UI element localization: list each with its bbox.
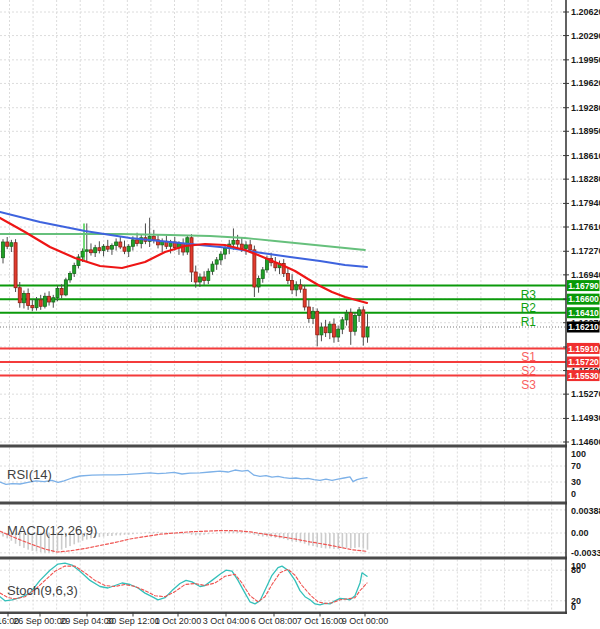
macd-histogram-bar: [82, 533, 84, 541]
macd-histogram-bar: [153, 532, 155, 533]
macd-histogram-bar: [241, 532, 243, 533]
candle-down: [123, 247, 126, 251]
candle-down: [48, 296, 51, 302]
macd-histogram-bar: [111, 533, 113, 536]
price-tick-label: 1.19950: [571, 55, 600, 65]
macd-histogram-bar: [40, 533, 42, 552]
price-tick-label: 1.17940: [571, 198, 600, 208]
current-price-badge-text: 1.16210: [568, 322, 599, 332]
candle-up: [245, 245, 248, 249]
macd-histogram-bar: [32, 533, 34, 551]
candle-up: [337, 329, 340, 337]
macd-histogram-bar: [224, 532, 226, 533]
macd-histogram-bar: [291, 533, 293, 541]
candle-up: [35, 300, 38, 308]
candle-up: [131, 240, 134, 246]
macd-histogram-bar: [69, 533, 71, 546]
macd-tick-label: 0.00: [571, 528, 589, 538]
candle-up: [219, 254, 222, 260]
macd-histogram-bar: [23, 533, 25, 548]
macd-histogram-bar: [237, 531, 239, 533]
candle-down: [307, 307, 310, 318]
candle-down: [106, 246, 109, 249]
panel-separator: [0, 557, 567, 560]
candle-up: [10, 243, 13, 247]
price-badge-r1-text: 1.16410: [568, 308, 599, 318]
candle-down: [14, 243, 17, 288]
price-badge-s2-text: 1.15720: [568, 357, 599, 367]
macd-histogram-bar: [157, 532, 159, 533]
candle-down: [98, 248, 101, 251]
macd-histogram-bar: [300, 533, 302, 543]
candle-up: [69, 273, 72, 279]
macd-histogram-bar: [346, 533, 348, 548]
macd-histogram-bar: [73, 533, 75, 544]
price-tick-label: 1.18610: [571, 151, 600, 161]
candle-down: [362, 310, 365, 337]
candle-down: [240, 244, 243, 248]
time-tick-label: 26 Sep 00:00: [13, 616, 67, 626]
macd-histogram-bar: [287, 533, 289, 540]
panel-separator: [0, 502, 567, 505]
macd-histogram-bar: [329, 533, 331, 548]
price-tick-label: 1.18950: [571, 126, 600, 136]
candle-down: [349, 313, 352, 332]
macd-histogram-bar: [254, 533, 256, 535]
candle-down: [136, 240, 139, 244]
macd-histogram-bar: [145, 532, 147, 533]
macd-histogram-bar: [27, 533, 29, 550]
rsi-line: [0, 470, 367, 484]
candle-up: [22, 293, 25, 302]
macd-histogram-bar: [249, 533, 251, 534]
macd-histogram-bar: [199, 533, 201, 535]
macd-histogram-bar: [228, 531, 230, 533]
price-tick-label: 1.20620: [571, 7, 600, 17]
candle-down: [286, 273, 289, 280]
rsi-tick-label: 30: [571, 477, 581, 487]
macd-histogram-bar: [44, 533, 46, 553]
macd-histogram-bar: [187, 533, 189, 534]
candle-up: [215, 260, 218, 264]
candle-up: [110, 246, 113, 250]
macd-histogram-bar: [149, 532, 151, 533]
macd-histogram-bar: [65, 533, 67, 548]
chart-canvas[interactable]: R3R2R1S1S2S31.206201.202901.199501.19620…: [0, 0, 600, 629]
candle-down: [299, 285, 302, 289]
time-tick-label: 7 Oct 16:00: [297, 616, 344, 626]
macd-histogram-bar: [115, 533, 117, 535]
rsi-tick-label: 100: [571, 449, 586, 459]
macd-histogram-bar: [358, 533, 360, 547]
candle-down: [203, 277, 206, 281]
macd-histogram-bar: [78, 533, 80, 543]
macd-histogram-bar: [191, 533, 193, 535]
panel-separator: [0, 612, 567, 615]
macd-histogram-bar: [279, 533, 281, 538]
candle-up: [102, 246, 105, 250]
stoch-k-line: [0, 563, 367, 605]
time-tick-label: 9 Oct 00:00: [342, 616, 389, 626]
candle-down: [39, 300, 42, 306]
macd-histogram-bar: [321, 533, 323, 548]
candle-up: [2, 242, 5, 258]
stoch-d-line: [0, 566, 367, 603]
macd-histogram-bar: [195, 533, 197, 535]
macd-histogram-bar: [363, 533, 365, 548]
candle-up: [211, 264, 214, 271]
macd-histogram-bar: [2, 533, 4, 537]
macd-histogram-bar: [140, 533, 142, 534]
price-tick-label: 1.14600: [571, 437, 600, 447]
candle-up: [257, 278, 260, 287]
candle-up: [312, 311, 315, 318]
candle-up: [198, 277, 201, 282]
macd-histogram-bar: [216, 533, 218, 534]
macd-histogram-bar: [166, 532, 168, 533]
candle-up: [345, 313, 348, 320]
candle-up: [320, 327, 323, 335]
candle-up: [328, 324, 331, 333]
candle-up: [353, 316, 356, 332]
macd-histogram-bar: [132, 533, 134, 534]
price-tick-label: 1.18280: [571, 174, 600, 184]
macd-histogram-bar: [124, 533, 126, 535]
price-tick-label: 1.20290: [571, 31, 600, 41]
price-badge-r3-text: 1.16790: [568, 281, 599, 291]
